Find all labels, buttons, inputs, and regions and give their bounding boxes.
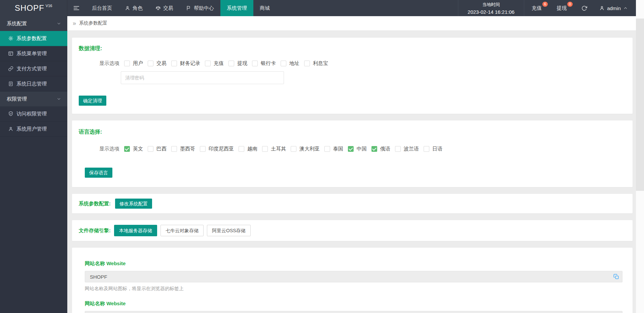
checkbox[interactable]	[371, 146, 377, 152]
checkbox[interactable]	[395, 146, 401, 152]
checkbox-option: 交易	[148, 60, 167, 67]
recharge-button[interactable]: 充值 6	[524, 0, 549, 16]
language-select-title: 语言选择:	[79, 129, 626, 136]
local-time-value: 2023-02-14 16:21:06	[468, 9, 514, 15]
hamburger-icon	[73, 5, 80, 11]
language-options: 英文巴西墨西哥印度尼西亚越南土耳其澳大利亚泰国中国俄语波兰语日语	[124, 146, 447, 152]
display-options-label: 显示选项	[99, 146, 119, 152]
checkbox-label: 用户	[133, 60, 143, 67]
checkbox-label: 交易	[156, 60, 167, 67]
checkbox[interactable]	[228, 61, 234, 66]
checkbox[interactable]	[291, 146, 296, 152]
checkbox-label: 越南	[247, 146, 257, 152]
sidebar: 系统配置系统参数配置系统菜单管理支付方式管理系统日志管理权限管理访问权限管理系统…	[0, 16, 67, 313]
checkbox-option: 巴西	[148, 146, 167, 152]
sidebar-group-label: 权限管理	[7, 96, 27, 102]
scrollbar-thumb[interactable]	[636, 19, 644, 191]
checkbox[interactable]	[200, 146, 206, 152]
checkbox[interactable]	[281, 61, 286, 66]
website-field-input-wrap	[85, 311, 622, 313]
checkbox[interactable]	[239, 146, 244, 152]
checkbox[interactable]	[348, 146, 354, 152]
checkbox[interactable]	[148, 61, 153, 66]
checkbox[interactable]	[262, 146, 268, 152]
checkbox[interactable]	[124, 61, 130, 66]
checkbox[interactable]	[171, 61, 177, 66]
sidebar-item[interactable]: 支付方式管理	[0, 61, 67, 76]
scrollbar[interactable]	[636, 0, 644, 313]
checkbox-label: 提现	[237, 60, 247, 67]
scales-icon	[155, 5, 161, 11]
nav-item[interactable]: 系统管理	[220, 0, 253, 16]
checkbox-label: 地址	[289, 60, 299, 67]
checkbox[interactable]	[124, 146, 130, 152]
sidebar-item[interactable]: 系统用户管理	[0, 121, 67, 137]
sidebar-item[interactable]: 系统日志管理	[0, 76, 67, 92]
nav-item-label: 角色	[133, 5, 143, 11]
save-language-button[interactable]: 保存语言	[85, 168, 112, 178]
website-name-input[interactable]	[85, 311, 622, 313]
sidebar-item[interactable]: 系统菜单管理	[0, 46, 67, 61]
refresh-button[interactable]	[574, 0, 595, 16]
checkbox-label: 印度尼西亚	[209, 146, 234, 152]
nav-item-label: 帮助中心	[194, 5, 214, 11]
checkbox-option: 用户	[124, 60, 143, 67]
checkbox[interactable]	[148, 146, 153, 152]
user-icon	[125, 5, 130, 11]
system-config-card: 系统参数配置: 修改系统配置	[72, 194, 633, 213]
sidebar-group-label: 系统配置	[7, 21, 27, 27]
sidebar-group-title[interactable]: 系统配置	[0, 16, 67, 31]
chevron-up-icon	[623, 6, 628, 10]
nav-item-label: 后台首页	[92, 5, 112, 11]
header-spacer	[276, 0, 458, 16]
sidebar-item-label: 系统菜单管理	[16, 50, 47, 57]
checkbox-option: 土耳其	[262, 146, 286, 152]
username-label: admin	[607, 5, 621, 11]
user-menu[interactable]: admin	[595, 0, 636, 16]
website-name-input[interactable]	[85, 271, 622, 282]
shield-icon	[8, 111, 13, 116]
recharge-label: 充值	[532, 5, 542, 11]
sidebar-group-title[interactable]: 权限管理	[0, 92, 67, 106]
modify-system-config-button[interactable]: 修改系统配置	[115, 199, 152, 209]
checkbox[interactable]	[205, 61, 211, 66]
checkbox-option: 银行卡	[252, 60, 276, 67]
checkbox-label: 日语	[432, 146, 442, 152]
sidebar-toggle-button[interactable]	[67, 0, 85, 16]
checkbox-label: 土耳其	[271, 146, 286, 152]
storage-engine-button[interactable]: 阿里云OSS存储	[207, 225, 251, 236]
chevron-down-icon	[57, 21, 61, 26]
sidebar-item[interactable]: 访问权限管理	[0, 106, 67, 121]
header: SHOPF V16 后台首页角色交易帮助中心系统管理商城 当地时间 2023-0…	[0, 0, 636, 16]
website-settings-card: 网站名称 Website网站名称及网站图标，将显示在浏览器的标签上网站名称 We…	[72, 248, 633, 313]
nav-item[interactable]: 角色	[118, 0, 149, 16]
storage-engine-button[interactable]: 本地服务器存储	[114, 225, 157, 236]
checkbox[interactable]	[252, 61, 258, 66]
copy-icon[interactable]	[613, 274, 619, 280]
checkbox[interactable]	[171, 146, 177, 152]
refresh-icon	[581, 5, 587, 11]
breadcrumb: » 系统参数配置	[67, 16, 636, 30]
checkbox[interactable]	[324, 146, 330, 152]
app-logo-version: V16	[46, 4, 52, 8]
checkbox[interactable]	[424, 146, 429, 152]
app-logo-text: SHOPF	[15, 3, 44, 13]
nav-item[interactable]: 交易	[149, 0, 180, 16]
language-select-card: 语言选择: 显示选项 英文巴西墨西哥印度尼西亚越南土耳其澳大利亚泰国中国俄语波兰…	[72, 120, 633, 187]
flag-icon	[186, 5, 191, 11]
nav-item[interactable]: 商城	[253, 0, 276, 16]
storage-engine-button[interactable]: 七牛云对象存储	[160, 225, 204, 236]
cleanup-password-input[interactable]	[121, 71, 284, 84]
confirm-cleanup-button[interactable]: 确定清理	[79, 96, 106, 106]
nav-item[interactable]: 帮助中心	[180, 0, 220, 16]
nav-item[interactable]: 后台首页	[85, 0, 118, 16]
local-time-block: 当地时间 2023-02-14 16:21:06	[458, 0, 524, 16]
withdraw-button[interactable]: 提现 0	[549, 0, 574, 16]
checkbox-option: 墨西哥	[171, 146, 195, 152]
checkbox[interactable]	[304, 61, 310, 66]
sidebar-item[interactable]: 系统参数配置	[0, 31, 67, 46]
checkbox-label: 巴西	[156, 146, 167, 152]
sidebar-item-label: 系统日志管理	[16, 81, 47, 87]
website-field-label: 网站名称 Website	[85, 260, 622, 267]
breadcrumb-label: 系统参数配置	[79, 20, 107, 26]
